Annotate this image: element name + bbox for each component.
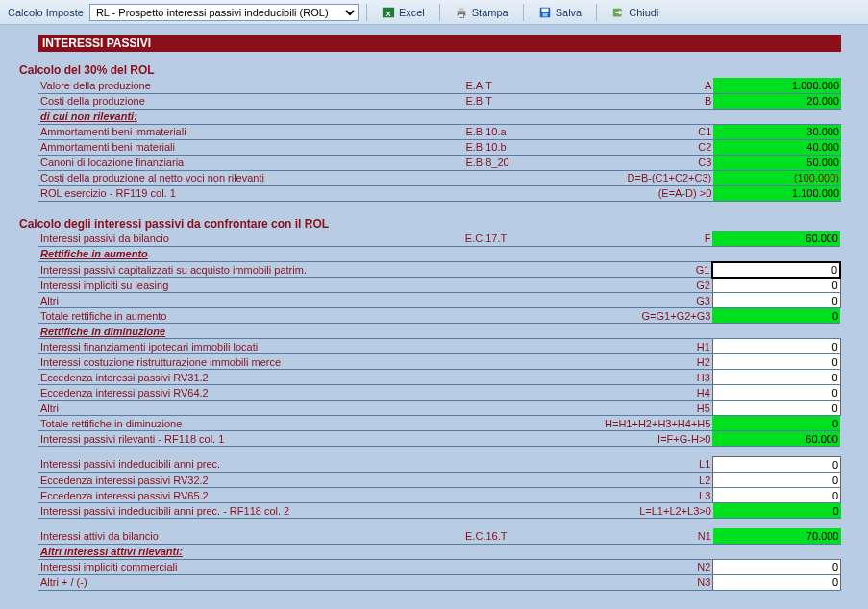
input-l2[interactable]: 0	[713, 473, 841, 488]
stampa-button[interactable]: Stampa	[448, 3, 515, 22]
row-l3: Eccedenza interessi passivi RV65.2L30	[38, 488, 841, 503]
row-rol-esercizio: ROL esercizio - RF119 col. 1(E=A-D) >01.…	[38, 185, 841, 201]
row-h1: Interessi finanziamenti ipotecari immobi…	[38, 339, 840, 354]
row-costi-netto: Costi della produzione al netto voci non…	[38, 170, 841, 185]
row-g3: AltriG30	[38, 293, 840, 308]
input-g2[interactable]: 0	[712, 278, 840, 293]
svg-text:X: X	[385, 9, 391, 17]
row-valore-produzione: Valore della produzioneE.A.TA1.000.000	[38, 78, 841, 93]
row-h5: AltriH50	[38, 401, 840, 416]
input-h1[interactable]: 0	[712, 339, 840, 354]
input-g1[interactable]: 0	[712, 262, 840, 278]
section-interessi-head: Calcolo degli interessi passivi da confr…	[19, 217, 849, 231]
input-h4[interactable]: 0	[712, 385, 840, 401]
row-g2: Interessi impliciti su leasingG20	[38, 278, 840, 293]
input-g3[interactable]: 0	[712, 293, 840, 308]
row-l-total: Interessi passivi indeducibili anni prec…	[38, 503, 841, 519]
row-h4: Eccedenza interessi passivi RV64.2H40	[38, 385, 840, 401]
input-l3[interactable]: 0	[713, 488, 841, 503]
salva-button[interactable]: Salva	[532, 3, 589, 22]
separator	[596, 4, 597, 21]
save-icon	[538, 6, 552, 19]
row-h-total: Totale rettifiche in diminuzioneH=H1+H2+…	[38, 416, 840, 431]
printer-icon	[455, 6, 468, 19]
excel-icon: X	[382, 6, 395, 19]
separator	[523, 4, 524, 21]
svg-rect-9	[616, 12, 620, 13]
row-int-passivi-bilancio: Interessi passivi da bilancioE.C.17.TF60…	[38, 231, 840, 247]
table-attivi: Interessi attivi da bilancioE.C.16.TN170…	[38, 528, 841, 591]
chiudi-button[interactable]: Chiudi	[605, 3, 665, 22]
input-n2[interactable]: 0	[713, 559, 841, 574]
input-n3[interactable]: 0	[713, 574, 841, 590]
separator	[439, 4, 440, 21]
row-n2: Interessi impliciti commercialiN20	[38, 559, 841, 574]
content-area: INTERESSI PASSIVI Calcolo del 30% del RO…	[0, 25, 868, 600]
excel-button[interactable]: X Excel	[375, 3, 432, 22]
row-g-total: Totale rettifiche in aumentoG=G1+G2+G30	[38, 308, 840, 324]
report-select[interactable]: RL - Prospetto interessi passivi indeduc…	[89, 4, 359, 21]
svg-rect-6	[541, 8, 548, 12]
row-amm-immateriali: Ammortamenti beni immaterialiE.B.10.aC13…	[38, 124, 841, 139]
row-l1: Interessi passivi indeducibili anni prec…	[38, 457, 841, 473]
section-rol-head: Calcolo del 30% del ROL	[19, 63, 849, 77]
row-n3: Altri + / (-)N30	[38, 574, 841, 590]
input-h2[interactable]: 0	[712, 354, 840, 370]
toolbar: Calcolo Imposte RL - Prospetto interessi…	[0, 0, 868, 25]
row-canoni-leasing: Canoni di locazione finanziariaE.B.8_20C…	[38, 155, 841, 170]
row-i-rilevanti: Interessi passivi rilevanti - RF118 col.…	[38, 431, 840, 447]
row-amm-materiali: Ammortamenti beni materialiE.B.10.bC240.…	[38, 139, 841, 155]
svg-rect-7	[542, 12, 547, 16]
row-h3: Eccedenza interessi passivi RV31.2H30	[38, 370, 840, 385]
svg-rect-4	[459, 13, 463, 17]
input-l1[interactable]: 0	[713, 457, 841, 473]
svg-rect-3	[459, 7, 463, 11]
toolbar-title: Calcolo Imposte	[8, 7, 84, 18]
row-n1: Interessi attivi da bilancioE.C.16.TN170…	[38, 528, 841, 544]
table-interessi: Interessi passivi da bilancioE.C.17.TF60…	[38, 231, 841, 448]
input-h5[interactable]: 0	[712, 401, 840, 416]
close-icon	[611, 6, 625, 19]
table-indeducibili: Interessi passivi indeducibili anni prec…	[38, 456, 841, 519]
row-l2: Eccedenza interessi passivi RV32.2L20	[38, 473, 841, 488]
row-g1: Interessi passivi capitalizzati su acqui…	[38, 262, 840, 278]
separator	[366, 4, 367, 21]
subhead-rett-aumento: Rettifiche in aumento	[38, 247, 840, 262]
page-title: INTERESSI PASSIVI	[38, 35, 841, 52]
input-h3[interactable]: 0	[712, 370, 840, 385]
subhead-rett-dimin: Rettifiche in diminuzione	[38, 324, 840, 339]
subhead-altri-attivi: Altri interessi attivi rilevanti:	[38, 544, 841, 559]
row-h2: Interessi costuzione ristrutturazione im…	[38, 354, 840, 370]
table-rol: Valore della produzioneE.A.TA1.000.000 C…	[38, 78, 841, 202]
subhead-non-rilevanti: di cui non rilevanti:	[38, 109, 841, 124]
row-costi-produzione: Costi della produzioneE.B.TB20.000	[38, 93, 841, 109]
